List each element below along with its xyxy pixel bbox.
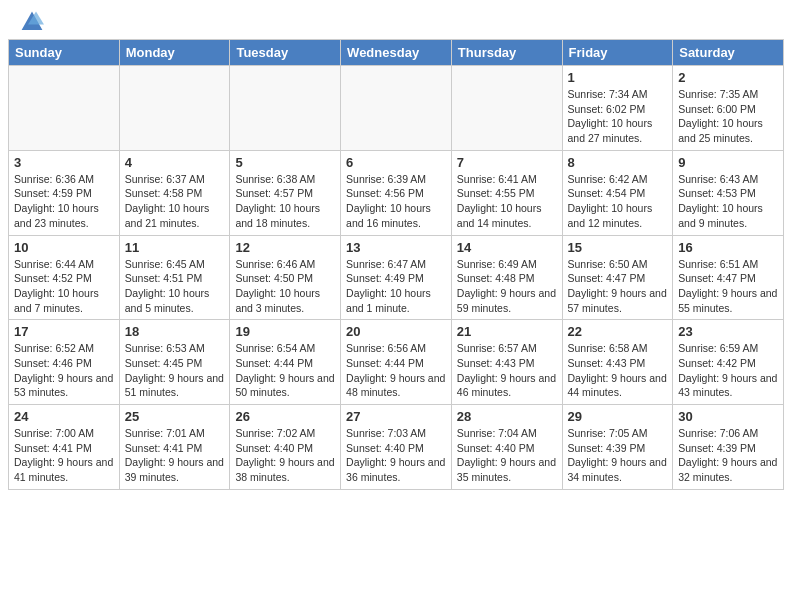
day-cell: 13Sunrise: 6:47 AM Sunset: 4:49 PM Dayli…	[341, 235, 452, 320]
week-row-1: 3Sunrise: 6:36 AM Sunset: 4:59 PM Daylig…	[9, 150, 784, 235]
day-number: 12	[235, 240, 335, 255]
day-info: Sunrise: 7:02 AM Sunset: 4:40 PM Dayligh…	[235, 426, 335, 485]
day-number: 24	[14, 409, 114, 424]
day-info: Sunrise: 6:54 AM Sunset: 4:44 PM Dayligh…	[235, 341, 335, 400]
day-info: Sunrise: 6:47 AM Sunset: 4:49 PM Dayligh…	[346, 257, 446, 316]
day-cell	[9, 66, 120, 151]
day-header-wednesday: Wednesday	[341, 40, 452, 66]
day-number: 16	[678, 240, 778, 255]
day-info: Sunrise: 6:42 AM Sunset: 4:54 PM Dayligh…	[568, 172, 668, 231]
day-info: Sunrise: 7:05 AM Sunset: 4:39 PM Dayligh…	[568, 426, 668, 485]
day-cell: 21Sunrise: 6:57 AM Sunset: 4:43 PM Dayli…	[451, 320, 562, 405]
day-info: Sunrise: 6:45 AM Sunset: 4:51 PM Dayligh…	[125, 257, 225, 316]
day-info: Sunrise: 7:03 AM Sunset: 4:40 PM Dayligh…	[346, 426, 446, 485]
day-cell: 29Sunrise: 7:05 AM Sunset: 4:39 PM Dayli…	[562, 405, 673, 490]
day-number: 23	[678, 324, 778, 339]
day-cell	[451, 66, 562, 151]
day-cell: 14Sunrise: 6:49 AM Sunset: 4:48 PM Dayli…	[451, 235, 562, 320]
day-number: 7	[457, 155, 557, 170]
day-info: Sunrise: 6:36 AM Sunset: 4:59 PM Dayligh…	[14, 172, 114, 231]
logo	[20, 10, 48, 34]
day-cell: 25Sunrise: 7:01 AM Sunset: 4:41 PM Dayli…	[119, 405, 230, 490]
day-info: Sunrise: 6:52 AM Sunset: 4:46 PM Dayligh…	[14, 341, 114, 400]
day-info: Sunrise: 7:01 AM Sunset: 4:41 PM Dayligh…	[125, 426, 225, 485]
week-row-3: 17Sunrise: 6:52 AM Sunset: 4:46 PM Dayli…	[9, 320, 784, 405]
day-number: 14	[457, 240, 557, 255]
day-number: 28	[457, 409, 557, 424]
day-cell: 17Sunrise: 6:52 AM Sunset: 4:46 PM Dayli…	[9, 320, 120, 405]
day-number: 26	[235, 409, 335, 424]
day-header-tuesday: Tuesday	[230, 40, 341, 66]
day-cell: 20Sunrise: 6:56 AM Sunset: 4:44 PM Dayli…	[341, 320, 452, 405]
day-number: 21	[457, 324, 557, 339]
day-number: 17	[14, 324, 114, 339]
calendar: SundayMondayTuesdayWednesdayThursdayFrid…	[8, 39, 784, 490]
day-cell: 26Sunrise: 7:02 AM Sunset: 4:40 PM Dayli…	[230, 405, 341, 490]
day-number: 22	[568, 324, 668, 339]
day-cell: 19Sunrise: 6:54 AM Sunset: 4:44 PM Dayli…	[230, 320, 341, 405]
day-number: 10	[14, 240, 114, 255]
day-cell: 23Sunrise: 6:59 AM Sunset: 4:42 PM Dayli…	[673, 320, 784, 405]
day-number: 18	[125, 324, 225, 339]
day-cell: 27Sunrise: 7:03 AM Sunset: 4:40 PM Dayli…	[341, 405, 452, 490]
day-number: 1	[568, 70, 668, 85]
day-number: 29	[568, 409, 668, 424]
day-cell: 16Sunrise: 6:51 AM Sunset: 4:47 PM Dayli…	[673, 235, 784, 320]
day-info: Sunrise: 7:00 AM Sunset: 4:41 PM Dayligh…	[14, 426, 114, 485]
day-info: Sunrise: 7:35 AM Sunset: 6:00 PM Dayligh…	[678, 87, 778, 146]
day-info: Sunrise: 6:41 AM Sunset: 4:55 PM Dayligh…	[457, 172, 557, 231]
day-header-saturday: Saturday	[673, 40, 784, 66]
day-info: Sunrise: 6:59 AM Sunset: 4:42 PM Dayligh…	[678, 341, 778, 400]
day-cell: 8Sunrise: 6:42 AM Sunset: 4:54 PM Daylig…	[562, 150, 673, 235]
day-number: 4	[125, 155, 225, 170]
day-info: Sunrise: 6:49 AM Sunset: 4:48 PM Dayligh…	[457, 257, 557, 316]
day-cell: 15Sunrise: 6:50 AM Sunset: 4:47 PM Dayli…	[562, 235, 673, 320]
day-cell: 1Sunrise: 7:34 AM Sunset: 6:02 PM Daylig…	[562, 66, 673, 151]
calendar-header: SundayMondayTuesdayWednesdayThursdayFrid…	[9, 40, 784, 66]
day-info: Sunrise: 6:53 AM Sunset: 4:45 PM Dayligh…	[125, 341, 225, 400]
day-info: Sunrise: 6:50 AM Sunset: 4:47 PM Dayligh…	[568, 257, 668, 316]
day-number: 2	[678, 70, 778, 85]
day-header-thursday: Thursday	[451, 40, 562, 66]
day-info: Sunrise: 6:58 AM Sunset: 4:43 PM Dayligh…	[568, 341, 668, 400]
week-row-2: 10Sunrise: 6:44 AM Sunset: 4:52 PM Dayli…	[9, 235, 784, 320]
day-cell: 6Sunrise: 6:39 AM Sunset: 4:56 PM Daylig…	[341, 150, 452, 235]
day-info: Sunrise: 6:39 AM Sunset: 4:56 PM Dayligh…	[346, 172, 446, 231]
day-cell: 10Sunrise: 6:44 AM Sunset: 4:52 PM Dayli…	[9, 235, 120, 320]
day-number: 13	[346, 240, 446, 255]
day-number: 15	[568, 240, 668, 255]
day-cell	[230, 66, 341, 151]
day-cell: 7Sunrise: 6:41 AM Sunset: 4:55 PM Daylig…	[451, 150, 562, 235]
day-info: Sunrise: 6:38 AM Sunset: 4:57 PM Dayligh…	[235, 172, 335, 231]
day-cell: 24Sunrise: 7:00 AM Sunset: 4:41 PM Dayli…	[9, 405, 120, 490]
day-number: 8	[568, 155, 668, 170]
day-info: Sunrise: 7:06 AM Sunset: 4:39 PM Dayligh…	[678, 426, 778, 485]
day-number: 27	[346, 409, 446, 424]
day-number: 9	[678, 155, 778, 170]
day-cell: 4Sunrise: 6:37 AM Sunset: 4:58 PM Daylig…	[119, 150, 230, 235]
day-cell	[119, 66, 230, 151]
day-number: 3	[14, 155, 114, 170]
day-info: Sunrise: 6:46 AM Sunset: 4:50 PM Dayligh…	[235, 257, 335, 316]
day-cell: 18Sunrise: 6:53 AM Sunset: 4:45 PM Dayli…	[119, 320, 230, 405]
day-info: Sunrise: 7:04 AM Sunset: 4:40 PM Dayligh…	[457, 426, 557, 485]
logo-icon	[20, 10, 44, 34]
day-cell: 28Sunrise: 7:04 AM Sunset: 4:40 PM Dayli…	[451, 405, 562, 490]
day-cell: 12Sunrise: 6:46 AM Sunset: 4:50 PM Dayli…	[230, 235, 341, 320]
day-info: Sunrise: 6:57 AM Sunset: 4:43 PM Dayligh…	[457, 341, 557, 400]
day-cell: 30Sunrise: 7:06 AM Sunset: 4:39 PM Dayli…	[673, 405, 784, 490]
day-header-sunday: Sunday	[9, 40, 120, 66]
day-cell	[341, 66, 452, 151]
day-info: Sunrise: 6:56 AM Sunset: 4:44 PM Dayligh…	[346, 341, 446, 400]
day-cell: 22Sunrise: 6:58 AM Sunset: 4:43 PM Dayli…	[562, 320, 673, 405]
day-info: Sunrise: 6:37 AM Sunset: 4:58 PM Dayligh…	[125, 172, 225, 231]
day-number: 5	[235, 155, 335, 170]
day-header-monday: Monday	[119, 40, 230, 66]
day-cell: 5Sunrise: 6:38 AM Sunset: 4:57 PM Daylig…	[230, 150, 341, 235]
day-info: Sunrise: 7:34 AM Sunset: 6:02 PM Dayligh…	[568, 87, 668, 146]
day-number: 6	[346, 155, 446, 170]
day-info: Sunrise: 6:44 AM Sunset: 4:52 PM Dayligh…	[14, 257, 114, 316]
day-number: 25	[125, 409, 225, 424]
day-cell: 9Sunrise: 6:43 AM Sunset: 4:53 PM Daylig…	[673, 150, 784, 235]
day-info: Sunrise: 6:51 AM Sunset: 4:47 PM Dayligh…	[678, 257, 778, 316]
